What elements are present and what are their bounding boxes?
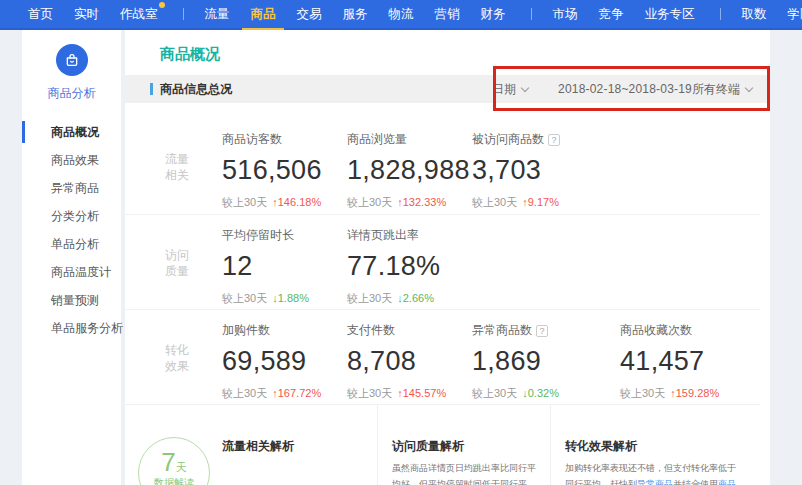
sidebar-menu: 商品概况商品效果异常商品分类分析单品分析商品温度计销量预测单品服务分析 — [22, 118, 121, 342]
metric-card: 商品浏览量1,828,988较上30天↑132.33% — [347, 131, 472, 214]
sidebar-item-5[interactable]: 商品温度计 — [22, 258, 121, 286]
nav-item-6[interactable]: 服务 — [343, 0, 368, 29]
insight-body: 虽然商品详情页日均跳出率比同行平均好，但平均停留时间低于同行平均，请关注页面排版… — [392, 460, 540, 485]
terminal-dropdown[interactable]: 所有终端 — [692, 81, 752, 98]
arrow-up-icon: ↑167.72% — [272, 387, 321, 399]
metric-value: 1,869 — [472, 346, 620, 377]
arrow-down-icon: ↓1.88% — [272, 292, 309, 304]
nav-item-3[interactable]: 流量 — [205, 0, 230, 29]
nav-item-14[interactable]: 学院 — [788, 0, 802, 29]
metric-card: 平均停留时长12较上30天↓1.88% — [222, 227, 347, 309]
nav-divider — [531, 8, 532, 20]
terminal-label: 所有终端 — [692, 81, 740, 98]
sidebar-item-7[interactable]: 单品服务分析 — [22, 314, 121, 342]
metric-card: 加购件数69,589较上30天↑167.72% — [222, 322, 347, 404]
arrow-down-icon: ↓2.66% — [397, 292, 434, 304]
metric-group-label: 转化效果 — [125, 322, 222, 404]
metric-label: 商品访客数 — [222, 131, 347, 148]
nav-item-12[interactable]: 业务专区 — [645, 0, 695, 29]
metric-card: 异常商品数?1,869较上30天↓0.32% — [472, 322, 620, 404]
sidebar-item-0[interactable]: 商品概况 — [22, 118, 121, 146]
nav-item-0[interactable]: 首页 — [28, 0, 53, 29]
metric-label: 商品收藏次数 — [620, 322, 745, 339]
insight-column-0: 流量相关解析 — [222, 405, 377, 485]
shopping-bag-icon — [56, 44, 88, 76]
top-nav-items: 首页实时作战室流量商品交易服务物流营销财务市场竞争业务专区取数学院 — [28, 0, 802, 29]
sidebar-group-header: 商品分析 — [22, 30, 121, 118]
metric-change: 较上30天↑145.57% — [347, 386, 472, 401]
metric-change: 较上30天↓1.88% — [222, 291, 347, 306]
nav-item-1[interactable]: 实时 — [74, 0, 99, 29]
sidebar-item-6[interactable]: 销量预测 — [22, 286, 121, 314]
top-nav: 首页实时作战室流量商品交易服务物流营销财务市场竞争业务专区取数学院 — [0, 0, 802, 30]
insight-title: 流量相关解析 — [222, 438, 377, 454]
nav-item-9[interactable]: 财务 — [481, 0, 506, 29]
metric-card: 被访问商品数?3,703较上30天↑9.17% — [472, 131, 597, 214]
metric-label: 商品浏览量 — [347, 131, 472, 148]
section-title-wrap: 商品信息总况 — [150, 81, 232, 98]
sidebar-group-label: 商品分析 — [22, 85, 121, 102]
insight-title: 访问质量解析 — [392, 438, 540, 454]
sidebar-item-2[interactable]: 异常商品 — [22, 174, 121, 202]
metric-change: 较上30天↓2.66% — [347, 291, 472, 306]
metric-value: 77.18% — [347, 251, 472, 282]
insight-text: 虽然商品详情页日均跳出率比同行平均好，但平均停留时间低于同行平均，请关注页面排版… — [392, 463, 536, 485]
metric-change: 较上30天↑159.28% — [620, 386, 745, 401]
metric-value: 69,589 — [222, 346, 347, 377]
metric-change: 较上30天↑132.33% — [347, 195, 472, 210]
metric-change: 较上30天↑167.72% — [222, 386, 347, 401]
nav-item-10[interactable]: 市场 — [553, 0, 578, 29]
sidebar-item-1[interactable]: 商品效果 — [22, 146, 121, 174]
arrow-up-icon: ↑145.57% — [397, 387, 446, 399]
badge-days: 7天 — [139, 447, 209, 478]
insights-section: 7天 数据解读 流量相关解析访问质量解析虽然商品详情页日均跳出率比同行平均好，但… — [125, 404, 760, 485]
sidebar-item-4[interactable]: 单品分析 — [22, 230, 121, 258]
metric-row-0: 流量相关商品访客数516,506较上30天↑146.18%商品浏览量1,828,… — [125, 119, 770, 214]
arrow-up-icon: ↑132.33% — [397, 196, 446, 208]
metric-change: 较上30天↓0.32% — [472, 386, 620, 401]
nav-item-2[interactable]: 作战室 — [120, 0, 158, 29]
insight-column-1: 访问质量解析虽然商品详情页日均跳出率比同行平均好，但平均停留时间低于同行平均，请… — [377, 405, 550, 485]
metric-value: 12 — [222, 251, 347, 282]
help-icon[interactable]: ? — [548, 134, 560, 146]
metric-group-label: 流量相关 — [125, 131, 222, 214]
insight-body: 加购转化率表现还不错，但支付转化率低于同行平均，赶快到异常商品并结合使用商品温度… — [565, 460, 744, 485]
insight-link[interactable]: 异常商品 — [637, 479, 673, 485]
metric-label: 平均停留时长 — [222, 227, 347, 244]
data-days-badge: 7天 数据解读 — [138, 437, 210, 485]
metric-label: 被访问商品数? — [472, 131, 597, 148]
nav-divider — [720, 8, 721, 20]
metrics-rows: 流量相关商品访客数516,506较上30天↑146.18%商品浏览量1,828,… — [125, 103, 770, 404]
page-title: 商品概况 — [125, 30, 770, 75]
chevron-down-icon — [745, 83, 753, 91]
main-panel: 商品概况 商品信息总况 日期 2018-02-18~2018-03-19 所有终… — [125, 30, 770, 485]
arrow-down-icon: ↓0.32% — [522, 387, 559, 399]
nav-item-8[interactable]: 营销 — [435, 0, 460, 29]
metric-value: 1,828,988 — [347, 155, 472, 186]
metric-row-1: 访问质量平均停留时长12较上30天↓1.88%详情页跳出率77.18%较上30天… — [125, 214, 760, 309]
metric-group-label: 访问质量 — [125, 227, 222, 309]
filter-bar: 日期 2018-02-18~2018-03-19 所有终端 — [492, 81, 752, 98]
section-title: 商品信息总况 — [160, 81, 232, 98]
sidebar-item-3[interactable]: 分类分析 — [22, 202, 121, 230]
metric-value: 3,703 — [472, 155, 597, 186]
nav-item-13[interactable]: 取数 — [742, 0, 767, 29]
nav-item-11[interactable]: 竞争 — [599, 0, 624, 29]
insight-text: 并结合使用 — [673, 479, 718, 485]
metric-row-2: 转化效果加购件数69,589较上30天↑167.72%支付件数8,708较上30… — [125, 309, 760, 404]
arrow-up-icon: ↑9.17% — [522, 196, 559, 208]
date-range-picker[interactable]: 2018-02-18~2018-03-19 — [558, 82, 692, 96]
help-icon[interactable]: ? — [536, 325, 548, 337]
nav-item-4[interactable]: 商品 — [251, 0, 276, 29]
nav-item-7[interactable]: 物流 — [389, 0, 414, 29]
nav-divider — [183, 8, 184, 20]
nav-item-5[interactable]: 交易 — [297, 0, 322, 29]
metric-value: 8,708 — [347, 346, 472, 377]
date-type-dropdown[interactable]: 日期 — [492, 81, 528, 98]
metric-label: 支付件数 — [347, 322, 472, 339]
insight-title: 转化效果解析 — [565, 438, 744, 454]
metric-label: 详情页跳出率 — [347, 227, 472, 244]
sidebar: 商品分析 商品概况商品效果异常商品分类分析单品分析商品温度计销量预测单品服务分析 — [22, 30, 121, 485]
metric-change: 较上30天↑146.18% — [222, 195, 347, 210]
metric-label: 加购件数 — [222, 322, 347, 339]
